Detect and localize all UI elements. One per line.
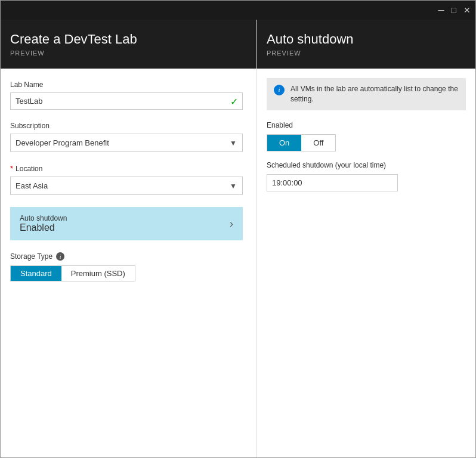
enabled-toggle-group: On Off [267, 134, 336, 151]
lab-name-input[interactable] [10, 92, 243, 110]
subscription-label: Subscription [10, 122, 247, 130]
right-panel-title: Auto shutdown [267, 32, 466, 47]
content-area: Create a DevTest Lab PREVIEW Lab Name ✓ … [1, 20, 475, 457]
right-body: i All VMs in the lab are automatically l… [257, 69, 475, 457]
lab-name-group: Lab Name ✓ [10, 81, 247, 110]
location-required-marker: * [10, 164, 13, 173]
storage-premium-button[interactable]: Premium (SSD) [61, 266, 135, 281]
left-panel-title: Create a DevTest Lab [10, 32, 247, 47]
minimize-button[interactable]: ─ [438, 6, 444, 14]
left-header: Create a DevTest Lab PREVIEW [1, 20, 256, 69]
lab-name-checkmark: ✓ [230, 95, 238, 107]
auto-shutdown-card-chevron-icon: › [230, 218, 233, 230]
enabled-on-button[interactable]: On [267, 135, 301, 151]
shutdown-time-input[interactable] [267, 174, 398, 191]
right-header: Auto shutdown PREVIEW [257, 20, 475, 69]
close-button[interactable]: ✕ [463, 6, 471, 14]
location-select-wrapper: East Asia ▼ [10, 177, 243, 195]
location-label: * Location [10, 164, 247, 173]
left-panel-preview-badge: PREVIEW [10, 49, 247, 57]
storage-type-info-icon[interactable]: i [56, 252, 64, 261]
storage-standard-button[interactable]: Standard [11, 266, 61, 281]
storage-type-group: Storage Type i Standard Premium (SSD) [10, 252, 247, 281]
scheduled-shutdown-group: Scheduled shutdown (your local time) [267, 161, 466, 191]
subscription-select-wrapper: Developer Program Benefit ▼ [10, 134, 243, 152]
subscription-select[interactable]: Developer Program Benefit [10, 134, 243, 152]
location-select[interactable]: East Asia [10, 177, 243, 195]
lab-name-label: Lab Name [10, 81, 247, 89]
subscription-group: Subscription Developer Program Benefit ▼ [10, 122, 247, 152]
main-window: ─ □ ✕ Create a DevTest Lab PREVIEW Lab N… [0, 0, 476, 458]
title-bar: ─ □ ✕ [1, 1, 475, 20]
scheduled-shutdown-label: Scheduled shutdown (your local time) [267, 161, 466, 169]
enabled-label: Enabled [267, 121, 466, 129]
location-group: * Location East Asia ▼ [10, 164, 247, 195]
left-body: Lab Name ✓ Subscription Developer Progra… [1, 69, 256, 457]
auto-shutdown-card-title: Auto shutdown [20, 214, 67, 222]
storage-type-toggle-group: Standard Premium (SSD) [10, 265, 135, 281]
auto-shutdown-card-text: Auto shutdown Enabled [20, 214, 67, 233]
info-banner-text: All VMs in the lab are automatically lis… [290, 84, 459, 104]
auto-shutdown-card-value: Enabled [20, 222, 67, 233]
title-bar-controls: ─ □ ✕ [438, 6, 471, 14]
left-panel: Create a DevTest Lab PREVIEW Lab Name ✓ … [1, 20, 257, 457]
lab-name-input-wrapper: ✓ [10, 92, 243, 110]
info-banner: i All VMs in the lab are automatically l… [267, 78, 466, 110]
right-panel: Auto shutdown PREVIEW i All VMs in the l… [257, 20, 475, 457]
restore-button[interactable]: □ [452, 6, 456, 14]
storage-type-label: Storage Type i [10, 252, 247, 261]
info-banner-icon: i [274, 85, 285, 95]
auto-shutdown-card[interactable]: Auto shutdown Enabled › [10, 207, 243, 240]
enabled-off-button[interactable]: Off [301, 135, 335, 151]
enabled-group: Enabled On Off [267, 121, 466, 151]
right-panel-preview-badge: PREVIEW [267, 49, 466, 57]
